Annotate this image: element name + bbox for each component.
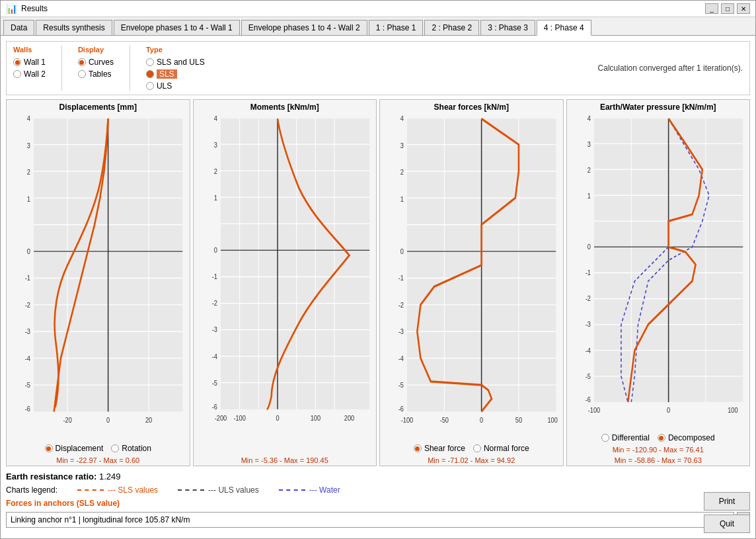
chart-earth-legend: Differential Decomposed	[567, 431, 750, 444]
chart-displacements-svg: 4 3 2 1 0 -1 -2 -3 -4 -5 -6 -20 0	[7, 114, 190, 442]
maximize-button[interactable]: □	[721, 3, 734, 14]
decomposed-radio[interactable]	[658, 434, 665, 442]
svg-text:1: 1	[400, 194, 404, 202]
water-legend-item: --- Water	[279, 485, 340, 495]
wall1-label: Wall 1	[24, 58, 46, 67]
svg-text:0: 0	[276, 414, 279, 422]
chart-moments-stats: Min = -5.36 - Max = 190.45	[194, 455, 377, 466]
charts-wrapper: Displacements [mm]	[6, 99, 750, 466]
tables-option[interactable]: Tables	[78, 69, 114, 79]
svg-text:1: 1	[587, 192, 590, 200]
svg-text:1: 1	[27, 194, 30, 202]
wall1-option[interactable]: Wall 1	[13, 58, 46, 67]
chart-shear-stats: Min = -71.02 - Max = 94.92	[380, 455, 563, 466]
converge-text: Calculation converged after 1 iteration(…	[598, 63, 743, 73]
curves-option[interactable]: Curves	[78, 58, 114, 67]
svg-text:2: 2	[213, 167, 217, 175]
svg-text:-4: -4	[398, 353, 404, 362]
differential-legend-item[interactable]: Differential	[601, 433, 650, 442]
displacement-legend-item[interactable]: Displacement	[45, 444, 104, 453]
svg-text:-1: -1	[211, 272, 217, 280]
svg-text:-100: -100	[401, 415, 414, 424]
wall1-radio[interactable]	[13, 58, 21, 66]
svg-text:-5: -5	[211, 379, 217, 387]
svg-text:-100: -100	[587, 406, 600, 414]
shear-force-legend-item[interactable]: Shear force	[414, 444, 465, 453]
chart-displacements-title: Displacements [mm]	[7, 100, 190, 114]
tab-envelope-wall2[interactable]: Envelope phases 1 to 4 - Wall 2	[241, 20, 367, 35]
chart-displacements: Displacements [mm]	[6, 99, 190, 466]
uls-option[interactable]: ULS	[146, 81, 205, 91]
uls-label: ULS	[157, 81, 172, 91]
earth-ratio-row: Earth resistance ratio: 1.249	[6, 472, 750, 481]
svg-text:-4: -4	[585, 347, 590, 354]
sls-legend-item: --- SLS values	[77, 485, 158, 495]
chart-earth-title: Earth/Water pressure [kN/m/m]	[567, 100, 750, 114]
chart-moments: Moments [kNm/m]	[193, 99, 377, 466]
sls-uls-label: SLS and ULS	[157, 58, 205, 67]
tab-phase3[interactable]: 3 : Phase 3	[480, 20, 535, 35]
close-button[interactable]: ✕	[737, 3, 750, 14]
shear-force-radio[interactable]	[414, 444, 422, 452]
sls-uls-option[interactable]: SLS and ULS	[146, 58, 205, 67]
svg-text:-50: -50	[440, 415, 449, 424]
chart-shear-title: Shear forces [kN/m]	[380, 100, 563, 114]
chart-shear-svg: 4 3 2 1 0 -1 -2 -3 -4 -5 -6 -100 -50 0	[380, 114, 563, 442]
differential-label: Differential	[612, 433, 650, 442]
tab-envelope-wall1[interactable]: Envelope phases 1 to 4 - Wall 1	[114, 20, 240, 35]
differential-radio[interactable]	[601, 434, 609, 442]
svg-text:-6: -6	[585, 395, 590, 403]
svg-text:-2: -2	[211, 299, 217, 307]
wall2-radio[interactable]	[13, 70, 21, 78]
rotation-radio[interactable]	[111, 444, 119, 452]
sls-uls-radio[interactable]	[146, 58, 154, 66]
displacement-radio[interactable]	[45, 444, 53, 452]
sls-option[interactable]: SLS	[146, 69, 205, 79]
svg-text:2: 2	[400, 167, 404, 176]
uls-legend-line	[178, 489, 204, 491]
svg-text:3: 3	[400, 141, 404, 149]
print-button[interactable]: Print	[704, 492, 750, 511]
uls-radio[interactable]	[146, 82, 154, 90]
normal-force-legend-item[interactable]: Normal force	[473, 444, 529, 453]
svg-text:0: 0	[587, 243, 590, 251]
svg-text:-5: -5	[25, 380, 30, 389]
rotation-legend-item[interactable]: Rotation	[111, 444, 151, 453]
bottom-section: Earth resistance ratio: 1.249 Charts leg…	[6, 466, 750, 533]
wall2-label: Wall 2	[24, 69, 46, 79]
tab-data[interactable]: Data	[3, 20, 34, 35]
title-bar-left: 📊 Results	[6, 3, 48, 14]
displacement-label: Displacement	[56, 444, 104, 453]
wall2-option[interactable]: Wall 2	[13, 69, 46, 79]
svg-text:-1: -1	[25, 273, 30, 282]
curves-radio[interactable]	[78, 58, 86, 66]
normal-force-radio[interactable]	[473, 444, 481, 452]
chart-shear-area: 4 3 2 1 0 -1 -2 -3 -4 -5 -6 -100 -50 0	[380, 114, 563, 442]
minimize-button[interactable]: _	[705, 3, 718, 14]
svg-text:-100: -100	[233, 414, 246, 422]
tab-results-synthesis[interactable]: Results synthesis	[36, 20, 112, 35]
chart-earth: Earth/Water pressure [kN/m/m]	[566, 99, 751, 466]
decomposed-legend-item[interactable]: Decomposed	[658, 433, 715, 442]
chart-earth-stats1: Min = -120.90 - Max = 76.41	[567, 444, 750, 455]
chart-moments-legend	[194, 439, 377, 455]
svg-text:-4: -4	[211, 352, 217, 360]
normal-force-label: Normal force	[484, 444, 529, 453]
svg-text:0: 0	[400, 247, 404, 255]
svg-text:0: 0	[213, 246, 217, 254]
sls-radio[interactable]	[146, 70, 154, 78]
tab-phase2[interactable]: 2 : Phase 2	[424, 20, 479, 35]
sls-legend-text: --- SLS values	[108, 485, 158, 495]
anchor-dropdown[interactable]: Linking anchor n°1 | longitudinal force …	[6, 512, 734, 528]
svg-text:-1: -1	[585, 269, 590, 276]
svg-text:-3: -3	[25, 327, 30, 335]
chart-shear-legend: Shear force Normal force	[380, 442, 563, 455]
svg-rect-30	[220, 118, 369, 409]
quit-button[interactable]: Quit	[704, 515, 750, 533]
chart-earth-svg: 4 3 2 1 0 -1 -2 -3 -4 -5 -6 -100 0 100	[567, 114, 750, 431]
uls-legend-item: --- ULS values	[178, 485, 259, 495]
tab-phase4[interactable]: 4 : Phase 4	[537, 20, 591, 36]
tab-phase1[interactable]: 1 : Phase 1	[369, 20, 424, 35]
svg-text:-3: -3	[211, 326, 217, 334]
tables-radio[interactable]	[78, 70, 86, 78]
